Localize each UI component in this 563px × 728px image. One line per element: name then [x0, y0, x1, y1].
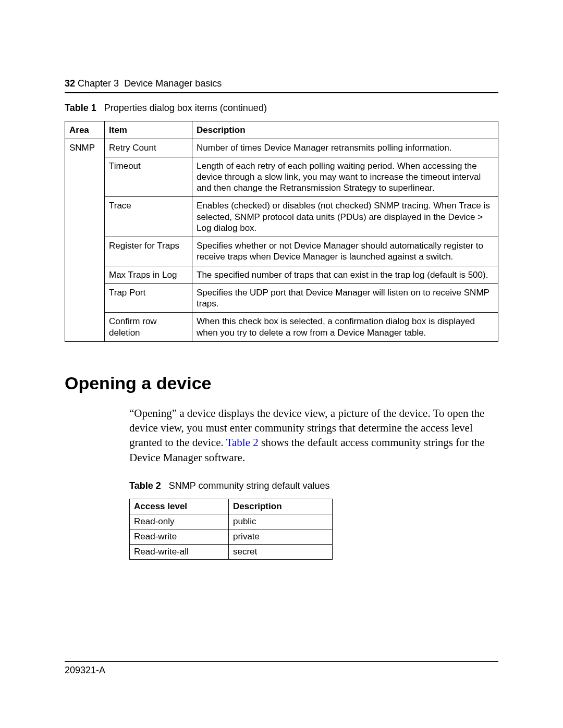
table-header-row: Access level Description	[130, 499, 333, 514]
table1-label: Table 1	[65, 103, 96, 113]
table-row: SNMP Retry Count Number of times Device …	[65, 139, 498, 157]
table-row: Confirm row deletion When this check box…	[65, 313, 498, 342]
table-row: Read-write-all secret	[130, 545, 333, 560]
page-number: 32	[65, 78, 75, 89]
col-item: Item	[105, 121, 192, 139]
doc-number: 209321-A	[65, 665, 498, 676]
table1-title: Properties dialog box items (continued)	[104, 103, 267, 113]
cell-desc: private	[229, 529, 333, 545]
cell-desc: Length of each retry of each polling wai…	[192, 157, 498, 197]
cell-item: Trace	[105, 197, 192, 237]
cell-desc: Specifies whether or not Device Manager …	[192, 237, 498, 266]
col-area: Area	[65, 121, 105, 139]
col-desc: Description	[192, 121, 498, 139]
cell-item: Timeout	[105, 157, 192, 197]
running-head: 32 Chapter 3 Device Manager basics	[65, 78, 498, 89]
table-row: Read-write private	[130, 529, 333, 545]
table2-label: Table 2	[129, 480, 161, 491]
cell-access: Read-write	[130, 529, 229, 545]
cell-desc: Number of times Device Manager retransmi…	[192, 139, 498, 157]
table-row: Trace Enables (checked) or disables (not…	[65, 197, 498, 237]
cell-desc: public	[229, 514, 333, 529]
table-header-row: Area Item Description	[65, 121, 498, 139]
col-access: Access level	[130, 499, 229, 514]
table-row: Timeout Length of each retry of each pol…	[65, 157, 498, 197]
cell-item: Confirm row deletion	[105, 313, 192, 342]
chapter-title: Device Manager basics	[124, 78, 222, 89]
table1-caption: Table 1 Properties dialog box items (con…	[65, 103, 498, 114]
cell-desc: secret	[229, 545, 333, 560]
table-row: Trap Port Specifies the UDP port that De…	[65, 283, 498, 313]
cell-item: Retry Count	[105, 139, 192, 157]
section-paragraph: “Opening” a device displays the device v…	[129, 406, 498, 465]
cell-desc: Enables (checked) or disables (not check…	[192, 197, 498, 237]
cell-desc: The specified number of traps that can e…	[192, 266, 498, 283]
table-row: Max Traps in Log The specified number of…	[65, 266, 498, 283]
table2-caption: Table 2 SNMP community string default va…	[129, 480, 498, 491]
table2-link[interactable]: Table 2	[226, 436, 259, 449]
community-table: Access level Description Read-only publi…	[129, 499, 333, 560]
cell-access: Read-only	[130, 514, 229, 529]
cell-desc: When this check box is selected, a confi…	[192, 313, 498, 342]
properties-table: Area Item Description SNMP Retry Count N…	[65, 121, 498, 342]
cell-desc: Specifies the UDP port that Device Manag…	[192, 283, 498, 313]
table-row: Register for Traps Specifies whether or …	[65, 237, 498, 266]
table2-title: SNMP community string default values	[169, 480, 330, 491]
cell-item: Max Traps in Log	[105, 266, 192, 283]
section-heading: Opening a device	[65, 373, 498, 393]
cell-item: Register for Traps	[105, 237, 192, 266]
header-rule	[65, 92, 498, 93]
cell-area: SNMP	[65, 139, 105, 342]
chapter-label: Chapter 3	[78, 78, 119, 89]
footer-rule	[65, 661, 498, 662]
cell-item: Trap Port	[105, 283, 192, 313]
page-footer: 209321-A	[65, 661, 498, 676]
cell-access: Read-write-all	[130, 545, 229, 560]
col-desc: Description	[229, 499, 333, 514]
page: 32 Chapter 3 Device Manager basics Table…	[0, 0, 563, 728]
table-row: Read-only public	[130, 514, 333, 529]
